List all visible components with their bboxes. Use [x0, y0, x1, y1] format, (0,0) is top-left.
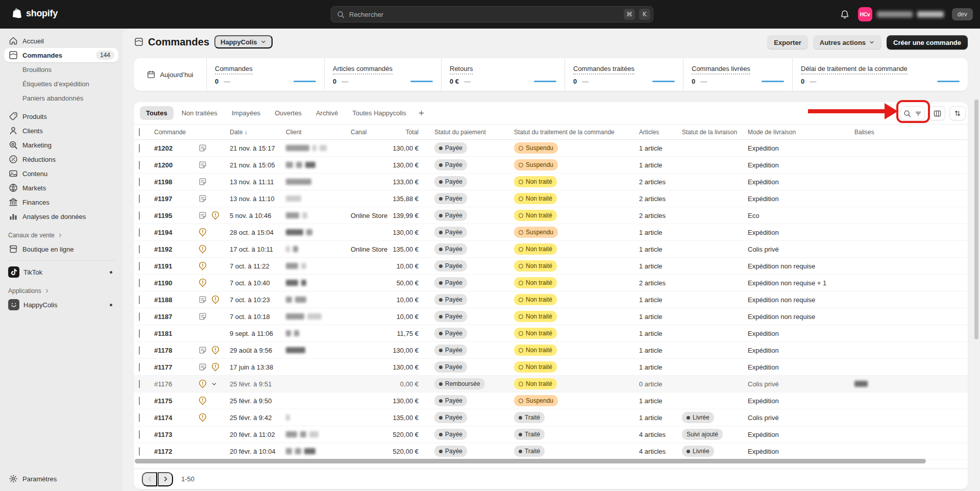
sidebar-item-commandes[interactable]: Commandes144 [4, 48, 118, 62]
order-row-1202[interactable]: #1202 21 nov. à 15:17 130,00 € Payée Sus… [134, 140, 968, 157]
order-row-1175[interactable]: #1175 25 févr. à 9:50 130,00 € Payée Sus… [134, 392, 968, 409]
column-header-client[interactable]: Client [286, 129, 351, 136]
row-checkbox[interactable] [139, 211, 140, 220]
metric-articles-commandes[interactable]: Articles commandés 0— [325, 58, 442, 91]
column-header-number[interactable]: Commande [154, 129, 198, 136]
order-row-1178[interactable]: #1178 29 août à 9:56 130,00 € Payée Non … [134, 342, 968, 359]
column-header-articles[interactable]: Articles [639, 129, 682, 136]
row-checkbox[interactable] [139, 194, 140, 203]
order-row-1191[interactable]: #1191 7 oct. à 11:22 10,00 € Payée Non t… [134, 258, 968, 275]
sidebar-item-markets[interactable]: Markets [4, 181, 118, 195]
prev-page-button[interactable] [142, 472, 157, 486]
add-view-button[interactable] [414, 106, 429, 120]
metric-retours[interactable]: Retours 0 €— [442, 58, 565, 91]
sidebar-item-produits[interactable]: Produits [4, 109, 118, 124]
store-selector[interactable]: HappyColis [214, 35, 273, 48]
sidebar-item-happycolis[interactable]: HappyColis [4, 298, 118, 312]
sidebar-item-tiktok[interactable]: TikTok [4, 265, 118, 279]
order-row-1200[interactable]: #1200 21 nov. à 15:05 130,00 € Payée Sus… [134, 157, 968, 174]
sidebar-item-paniers-abandonnes[interactable]: Paniers abandonnés [4, 91, 118, 105]
order-row-1177[interactable]: #1177 17 juin à 13:38 130,00 € Payée Non… [134, 359, 968, 376]
date-range-selector[interactable]: Aujourd’hui [134, 58, 207, 91]
sidebar-item-finances[interactable]: Finances [4, 195, 118, 209]
account-menu[interactable]: HCv [858, 7, 944, 21]
column-header-total[interactable]: Total [387, 129, 420, 136]
order-row-1172[interactable]: #1172 20 févr. à 10:04 520,00 € Payée Tr… [134, 443, 968, 460]
order-row-1187[interactable]: #1187 7 oct. à 10:18 10,00 € Payée Non t… [134, 308, 968, 325]
select-all-checkbox[interactable] [139, 128, 140, 136]
sidebar-item-analyses-de-donnees[interactable]: Analyses de données [4, 209, 118, 224]
search-filter-button[interactable] [900, 106, 925, 120]
sparkline [937, 81, 960, 82]
notifications-bell-icon[interactable] [840, 9, 850, 19]
vertical-scrollbar[interactable] [974, 100, 978, 339]
create-order-button[interactable]: Créer une commande [887, 35, 968, 50]
column-header-canal[interactable]: Canal [351, 129, 387, 136]
next-page-button[interactable] [158, 472, 173, 486]
sidebar-item-brouillons[interactable]: Brouillons [4, 62, 118, 77]
sidebar-item-accueil[interactable]: Accueil [4, 34, 118, 48]
tab-toutes-happycolis[interactable]: Toutes Happycolis [346, 106, 412, 120]
sidebar-item-etiquettes-dexpedition[interactable]: Étiquettes d’expédition [4, 77, 118, 91]
sidebar-item-reductions[interactable]: Réductions [4, 152, 118, 166]
order-row-1173[interactable]: #1173 20 févr. à 11:02 520,00 € Payée Tr… [134, 426, 968, 443]
order-row-1194[interactable]: #1194 28 oct. à 15:04 130,00 € Payée Sus… [134, 224, 968, 241]
tab-non-traitees[interactable]: Non traitées [176, 106, 224, 120]
row-checkbox[interactable] [139, 262, 140, 271]
column-header-delivery[interactable]: Statut de la livraison [682, 129, 748, 136]
horizontal-scrollbar[interactable] [135, 459, 926, 463]
row-checkbox[interactable] [139, 245, 140, 254]
order-row-1181[interactable]: #1181 9 sept. à 11:06 11,75 € Payée Non … [134, 325, 968, 342]
sidebar-item-contenu[interactable]: Contenu [4, 166, 118, 181]
order-row-1198[interactable]: #1198 13 nov. à 11:11 133,00 € Payée Non… [134, 174, 968, 190]
sidebar-item-boutique-en-ligne[interactable]: Boutique en ligne [4, 242, 118, 256]
row-checkbox[interactable] [139, 228, 140, 237]
more-actions-button[interactable]: Autres actions [813, 35, 881, 50]
metric-commandes[interactable]: Commandes 0— [207, 58, 325, 91]
sidebar-item-clients[interactable]: Clients [4, 124, 118, 138]
tab-archive[interactable]: Archivé [310, 106, 344, 120]
row-checkbox[interactable] [139, 144, 140, 153]
row-checkbox[interactable] [139, 447, 140, 456]
row-checkbox[interactable] [139, 279, 140, 287]
shopify-logo[interactable]: shopify [11, 7, 58, 19]
column-header-tags[interactable]: Balises [854, 129, 968, 136]
metric-delai-de-traitement-de-la-commande[interactable]: Délai de traitement de la commande 0— [793, 58, 968, 91]
sidebar-item-marketing[interactable]: Marketing [4, 138, 118, 152]
order-row-1174[interactable]: #1174 25 févr. à 9:42 135,00 € Payée Tra… [134, 409, 968, 426]
order-row-1197[interactable]: #1197 13 nov. à 11:10 135,88 € Payée Non… [134, 190, 968, 207]
column-header-payment[interactable]: Statut du paiement [434, 129, 514, 136]
sort-button[interactable] [949, 106, 966, 120]
row-checkbox[interactable] [139, 430, 140, 439]
applications-header[interactable]: Applications [4, 284, 118, 298]
metric-commandes-livrees[interactable]: Commandes livrées 0— [683, 58, 793, 91]
column-header-fulfillment[interactable]: Statut du traitement de la commande [514, 129, 639, 136]
tab-toutes[interactable]: Toutes [140, 106, 174, 120]
row-checkbox[interactable] [139, 397, 140, 405]
row-checkbox[interactable] [139, 346, 140, 355]
row-checkbox[interactable] [139, 296, 140, 304]
metric-commandes-traitees[interactable]: Commandes traitées 0— [565, 58, 683, 91]
tab-impayees[interactable]: Impayées [226, 106, 266, 120]
row-checkbox[interactable] [139, 413, 140, 422]
row-checkbox[interactable] [139, 312, 140, 321]
row-checkbox[interactable] [139, 178, 140, 186]
export-button[interactable]: Exporter [767, 35, 807, 50]
row-checkbox[interactable] [139, 329, 140, 338]
column-header-date[interactable]: Date ↓ [230, 129, 286, 136]
row-checkbox[interactable] [139, 363, 140, 372]
edit-columns-button[interactable] [929, 106, 945, 120]
order-row-1176[interactable]: #1176 25 févr. à 9:51 0,00 € Remboursée … [134, 376, 968, 392]
row-checkbox[interactable] [139, 380, 140, 388]
order-row-1192[interactable]: #1192 17 oct. à 10:11 Online Store 135,0… [134, 241, 968, 258]
order-row-1188[interactable]: #1188 7 oct. à 10:23 10,00 € Payée Non t… [134, 291, 968, 308]
column-header-checkbox[interactable] [139, 129, 154, 136]
sidebar-item-parametres[interactable]: Paramètres [4, 472, 118, 486]
column-header-mode[interactable]: Mode de livraison [748, 129, 854, 136]
sales-channels-header[interactable]: Canaux de vente [4, 229, 118, 242]
order-row-1190[interactable]: #1190 7 oct. à 10:40 50,00 € Payée Non t… [134, 275, 968, 291]
global-search-input[interactable]: Rechercher ⌘ K [331, 6, 653, 22]
order-row-1195[interactable]: #1195 5 nov. à 10:46 Online Store 139,99… [134, 207, 968, 224]
row-checkbox[interactable] [139, 161, 140, 169]
tab-ouvertes[interactable]: Ouvertes [268, 106, 308, 120]
